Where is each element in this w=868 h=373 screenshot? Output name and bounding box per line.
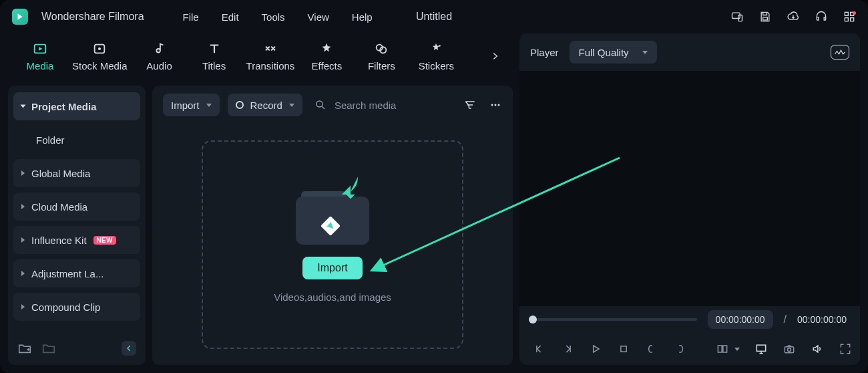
- dropzone-caption: Videos,audios,and images: [274, 291, 391, 303]
- menu-tools[interactable]: Tools: [262, 11, 285, 23]
- svg-point-14: [316, 101, 322, 107]
- media-content: Import Record: [152, 86, 513, 365]
- sidebar-item-global-media[interactable]: Global Media: [13, 159, 140, 187]
- tab-effects[interactable]: Effects: [304, 41, 349, 72]
- svg-point-10: [98, 47, 101, 49]
- save-icon[interactable]: [758, 10, 772, 23]
- record-dropdown[interactable]: Record: [228, 94, 302, 116]
- mark-out-icon[interactable]: [673, 342, 686, 356]
- new-folder-icon[interactable]: [17, 341, 32, 356]
- volume-icon[interactable]: [811, 342, 824, 356]
- tab-label: Filters: [368, 60, 395, 72]
- chevron-down-icon: [206, 104, 212, 107]
- tab-filters[interactable]: Filters: [359, 41, 404, 72]
- tab-label: Titles: [202, 60, 226, 72]
- tab-label: Audio: [146, 60, 172, 72]
- menu-file[interactable]: File: [183, 11, 199, 23]
- tab-audio[interactable]: Audio: [137, 41, 182, 72]
- devices-icon[interactable]: [730, 10, 744, 23]
- search-input[interactable]: [333, 99, 447, 112]
- tab-label: Transitions: [246, 60, 295, 72]
- stop-icon[interactable]: [617, 342, 630, 356]
- quality-value: Full Quality: [579, 47, 629, 58]
- sidebar-item-label: Influence Kit: [31, 235, 87, 246]
- search-icon: [314, 99, 327, 111]
- sidebar-item-adjustment-layer[interactable]: Adjustment La...: [13, 259, 140, 287]
- sidebar-item-compound-clip[interactable]: Compound Clip: [13, 293, 140, 321]
- sidebar-item-label: Compound Clip: [31, 301, 100, 313]
- preview-scrubber: 00:00:00:00 / 00:00:00:00: [519, 306, 860, 333]
- quality-select[interactable]: Full Quality: [570, 41, 657, 64]
- search-box: [314, 99, 447, 112]
- play-icon[interactable]: [589, 342, 602, 356]
- app-logo: [12, 9, 28, 25]
- chevron-down-icon: [21, 105, 26, 108]
- tabs-scroll-right[interactable]: [487, 48, 503, 64]
- display-icon[interactable]: [754, 342, 768, 356]
- tab-media[interactable]: Media: [17, 41, 63, 72]
- apps-icon[interactable]: [843, 10, 856, 23]
- sidebar-item-project-media[interactable]: Project Media: [13, 92, 140, 120]
- svg-point-15: [491, 104, 493, 106]
- mark-in-icon[interactable]: [645, 342, 658, 356]
- preview-video: [519, 71, 860, 306]
- tab-transitions[interactable]: Transitions: [246, 41, 295, 72]
- tab-label: Effects: [312, 60, 343, 72]
- tab-label: Media: [27, 60, 54, 72]
- prev-frame-icon[interactable]: [533, 342, 546, 356]
- title-bar: Wondershare Filmora File Edit Tools View…: [0, 0, 868, 33]
- svg-rect-2: [763, 17, 768, 20]
- svg-point-13: [439, 45, 441, 47]
- chevron-right-icon: [21, 170, 25, 176]
- compare-icon[interactable]: [716, 342, 729, 356]
- media-toolbar: Import Record: [152, 86, 513, 124]
- sidebar-item-folder[interactable]: Folder: [13, 126, 140, 154]
- sidebar-item-influence-kit[interactable]: Influence Kit NEW: [13, 226, 140, 254]
- svg-point-24: [788, 348, 791, 352]
- chevron-right-icon: [21, 204, 25, 209]
- more-icon[interactable]: [489, 98, 502, 112]
- sidebar-collapse-button[interactable]: [122, 341, 136, 356]
- filter-icon[interactable]: [463, 98, 477, 112]
- menu-edit[interactable]: Edit: [222, 11, 239, 23]
- tab-stock-media[interactable]: Stock Media: [72, 41, 128, 72]
- chevron-down-icon: [642, 51, 648, 54]
- import-dropzone[interactable]: Import Videos,audios,and images: [152, 124, 513, 365]
- import-button[interactable]: Import: [302, 257, 362, 279]
- svg-rect-21: [723, 346, 727, 352]
- app-name: Wondershare Filmora: [41, 11, 144, 23]
- snapshot-icon[interactable]: [783, 342, 796, 356]
- next-frame-icon[interactable]: [561, 342, 574, 356]
- timecode-current[interactable]: 00:00:00:00: [708, 310, 773, 329]
- timecode-separator: /: [784, 314, 787, 326]
- chevron-down-icon[interactable]: [734, 348, 740, 351]
- scrub-track[interactable]: [533, 318, 697, 321]
- import-dropdown[interactable]: Import: [163, 94, 220, 116]
- new-badge: NEW: [93, 236, 116, 245]
- scopes-icon[interactable]: [831, 45, 849, 59]
- module-tabs: Media Stock Media Audio Titles Transitio…: [8, 33, 513, 79]
- menu-help[interactable]: Help: [352, 11, 373, 23]
- svg-rect-6: [851, 18, 854, 21]
- svg-point-17: [498, 104, 500, 106]
- timecode-total: 00:00:00:00: [797, 314, 847, 325]
- import-dropdown-label: Import: [171, 100, 200, 111]
- support-icon[interactable]: [815, 10, 828, 23]
- record-dropdown-label: Record: [250, 100, 282, 111]
- sidebar-item-label: Cloud Media: [31, 201, 87, 213]
- tab-titles[interactable]: Titles: [192, 41, 237, 72]
- download-arrow-icon: [336, 172, 365, 202]
- scrub-thumb[interactable]: [529, 316, 537, 324]
- svg-rect-22: [756, 345, 765, 351]
- media-sidebar: Project Media Folder Global Media Cloud …: [8, 86, 146, 365]
- notification-dot: [853, 11, 856, 15]
- preview-controls: [519, 333, 860, 365]
- tab-label: Stickers: [419, 60, 454, 72]
- cloud-download-icon[interactable]: [787, 10, 800, 23]
- menu-view[interactable]: View: [308, 11, 329, 23]
- fullscreen-icon[interactable]: [839, 342, 852, 356]
- tab-stickers[interactable]: Stickers: [413, 41, 459, 72]
- sidebar-item-cloud-media[interactable]: Cloud Media: [13, 193, 140, 221]
- sidebar-item-label: Project Media: [31, 101, 97, 112]
- folder-icon[interactable]: [41, 341, 56, 356]
